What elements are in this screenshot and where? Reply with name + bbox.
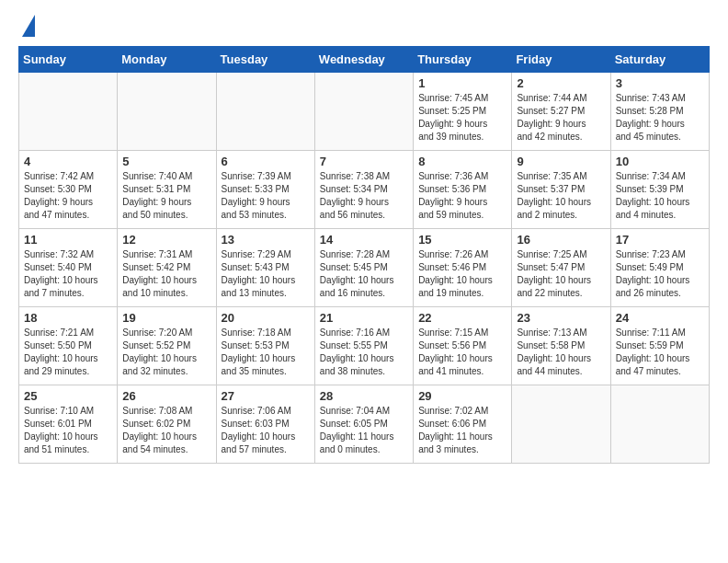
day-number: 14 (320, 233, 408, 247)
day-info: Sunrise: 7:04 AM Sunset: 6:05 PM Dayligh… (320, 405, 408, 456)
day-info: Sunrise: 7:16 AM Sunset: 5:55 PM Dayligh… (320, 327, 408, 378)
calendar-cell: 14Sunrise: 7:28 AM Sunset: 5:45 PM Dayli… (314, 229, 413, 307)
calendar-cell: 6Sunrise: 7:39 AM Sunset: 5:33 PM Daylig… (216, 151, 314, 229)
day-info: Sunrise: 7:36 AM Sunset: 5:36 PM Dayligh… (418, 170, 506, 222)
day-number: 27 (222, 389, 310, 403)
weekday-header-monday: Monday (118, 47, 216, 73)
calendar-cell: 27Sunrise: 7:06 AM Sunset: 6:03 PM Dayli… (216, 385, 314, 464)
day-info: Sunrise: 7:08 AM Sunset: 6:02 PM Dayligh… (122, 405, 210, 456)
weekday-header-friday: Friday (512, 47, 610, 73)
day-info: Sunrise: 7:21 AM Sunset: 5:50 PM Dayligh… (24, 327, 112, 378)
day-number: 22 (418, 311, 506, 325)
weekday-header-tuesday: Tuesday (216, 47, 314, 73)
day-number: 4 (24, 155, 112, 168)
calendar-cell: 23Sunrise: 7:13 AM Sunset: 5:58 PM Dayli… (512, 307, 610, 385)
day-number: 21 (320, 311, 408, 325)
day-number: 16 (517, 233, 605, 247)
day-number: 26 (122, 389, 210, 403)
calendar-cell (118, 73, 216, 151)
day-info: Sunrise: 7:26 AM Sunset: 5:46 PM Dayligh… (418, 248, 506, 300)
day-info: Sunrise: 7:20 AM Sunset: 5:52 PM Dayligh… (122, 327, 210, 378)
day-info: Sunrise: 7:42 AM Sunset: 5:30 PM Dayligh… (24, 170, 112, 222)
day-number: 8 (418, 155, 506, 168)
calendar-cell: 16Sunrise: 7:25 AM Sunset: 5:47 PM Dayli… (512, 229, 610, 307)
logo (18, 18, 35, 37)
day-info: Sunrise: 7:34 AM Sunset: 5:39 PM Dayligh… (616, 170, 704, 222)
weekday-header-thursday: Thursday (414, 47, 512, 73)
page-header (18, 18, 710, 37)
day-number: 12 (122, 233, 210, 247)
calendar-cell: 29Sunrise: 7:02 AM Sunset: 6:06 PM Dayli… (414, 385, 512, 464)
day-number: 15 (418, 233, 506, 247)
day-number: 3 (616, 76, 704, 90)
day-number: 23 (517, 311, 605, 325)
calendar-cell: 24Sunrise: 7:11 AM Sunset: 5:59 PM Dayli… (610, 307, 709, 385)
day-number: 11 (24, 233, 112, 247)
calendar-cell (512, 385, 610, 464)
day-info: Sunrise: 7:25 AM Sunset: 5:47 PM Dayligh… (517, 248, 605, 300)
weekday-header-saturday: Saturday (610, 47, 709, 73)
day-info: Sunrise: 7:11 AM Sunset: 5:59 PM Dayligh… (616, 327, 704, 378)
calendar-cell: 10Sunrise: 7:34 AM Sunset: 5:39 PM Dayli… (610, 151, 709, 229)
calendar-cell: 13Sunrise: 7:29 AM Sunset: 5:43 PM Dayli… (216, 229, 314, 307)
day-number: 2 (517, 76, 605, 90)
calendar-week-row: 1Sunrise: 7:45 AM Sunset: 5:25 PM Daylig… (19, 73, 710, 151)
weekday-header-wednesday: Wednesday (314, 47, 413, 73)
calendar-cell: 7Sunrise: 7:38 AM Sunset: 5:34 PM Daylig… (314, 151, 413, 229)
day-number: 24 (616, 311, 704, 325)
calendar-cell: 2Sunrise: 7:44 AM Sunset: 5:27 PM Daylig… (512, 73, 610, 151)
calendar-cell: 22Sunrise: 7:15 AM Sunset: 5:56 PM Dayli… (414, 307, 512, 385)
day-info: Sunrise: 7:23 AM Sunset: 5:49 PM Dayligh… (616, 248, 704, 300)
calendar-cell: 25Sunrise: 7:10 AM Sunset: 6:01 PM Dayli… (19, 385, 118, 464)
day-number: 20 (222, 311, 310, 325)
calendar-week-row: 4Sunrise: 7:42 AM Sunset: 5:30 PM Daylig… (19, 151, 710, 229)
day-number: 6 (222, 155, 310, 168)
calendar-cell: 20Sunrise: 7:18 AM Sunset: 5:53 PM Dayli… (216, 307, 314, 385)
day-info: Sunrise: 7:06 AM Sunset: 6:03 PM Dayligh… (222, 405, 310, 456)
calendar-cell: 21Sunrise: 7:16 AM Sunset: 5:55 PM Dayli… (314, 307, 413, 385)
calendar-cell: 8Sunrise: 7:36 AM Sunset: 5:36 PM Daylig… (414, 151, 512, 229)
day-info: Sunrise: 7:39 AM Sunset: 5:33 PM Dayligh… (222, 170, 310, 222)
day-info: Sunrise: 7:32 AM Sunset: 5:40 PM Dayligh… (24, 248, 112, 300)
day-info: Sunrise: 7:45 AM Sunset: 5:25 PM Dayligh… (418, 92, 506, 144)
calendar-cell: 9Sunrise: 7:35 AM Sunset: 5:37 PM Daylig… (512, 151, 610, 229)
day-info: Sunrise: 7:10 AM Sunset: 6:01 PM Dayligh… (24, 405, 112, 456)
calendar-cell: 1Sunrise: 7:45 AM Sunset: 5:25 PM Daylig… (414, 73, 512, 151)
calendar-cell: 11Sunrise: 7:32 AM Sunset: 5:40 PM Dayli… (19, 229, 118, 307)
day-number: 18 (24, 311, 112, 325)
calendar-cell: 5Sunrise: 7:40 AM Sunset: 5:31 PM Daylig… (118, 151, 216, 229)
day-number: 13 (222, 233, 310, 247)
day-info: Sunrise: 7:31 AM Sunset: 5:42 PM Dayligh… (122, 248, 210, 300)
day-number: 25 (24, 389, 112, 403)
calendar-cell: 12Sunrise: 7:31 AM Sunset: 5:42 PM Dayli… (118, 229, 216, 307)
logo-triangle-icon (22, 15, 35, 37)
day-number: 9 (517, 155, 605, 168)
calendar-cell (19, 73, 118, 151)
day-number: 28 (320, 389, 408, 403)
calendar-week-row: 25Sunrise: 7:10 AM Sunset: 6:01 PM Dayli… (19, 385, 710, 464)
calendar-cell: 3Sunrise: 7:43 AM Sunset: 5:28 PM Daylig… (610, 73, 709, 151)
calendar-cell: 4Sunrise: 7:42 AM Sunset: 5:30 PM Daylig… (19, 151, 118, 229)
day-number: 29 (418, 389, 506, 403)
day-info: Sunrise: 7:43 AM Sunset: 5:28 PM Dayligh… (616, 92, 704, 144)
calendar-cell (314, 73, 413, 151)
day-number: 17 (616, 233, 704, 247)
day-info: Sunrise: 7:44 AM Sunset: 5:27 PM Dayligh… (517, 92, 605, 144)
calendar-week-row: 11Sunrise: 7:32 AM Sunset: 5:40 PM Dayli… (19, 229, 710, 307)
calendar-cell (216, 73, 314, 151)
day-info: Sunrise: 7:40 AM Sunset: 5:31 PM Dayligh… (122, 170, 210, 222)
calendar-header-row: SundayMondayTuesdayWednesdayThursdayFrid… (19, 47, 710, 73)
day-number: 5 (122, 155, 210, 168)
day-info: Sunrise: 7:38 AM Sunset: 5:34 PM Dayligh… (320, 170, 408, 222)
day-info: Sunrise: 7:15 AM Sunset: 5:56 PM Dayligh… (418, 327, 506, 378)
day-number: 10 (616, 155, 704, 168)
calendar-cell: 26Sunrise: 7:08 AM Sunset: 6:02 PM Dayli… (118, 385, 216, 464)
calendar-cell: 17Sunrise: 7:23 AM Sunset: 5:49 PM Dayli… (610, 229, 709, 307)
day-info: Sunrise: 7:29 AM Sunset: 5:43 PM Dayligh… (222, 248, 310, 300)
day-number: 19 (122, 311, 210, 325)
weekday-header-sunday: Sunday (19, 47, 118, 73)
calendar-cell: 28Sunrise: 7:04 AM Sunset: 6:05 PM Dayli… (314, 385, 413, 464)
day-info: Sunrise: 7:35 AM Sunset: 5:37 PM Dayligh… (517, 170, 605, 222)
day-info: Sunrise: 7:02 AM Sunset: 6:06 PM Dayligh… (418, 405, 506, 456)
calendar-cell: 15Sunrise: 7:26 AM Sunset: 5:46 PM Dayli… (414, 229, 512, 307)
